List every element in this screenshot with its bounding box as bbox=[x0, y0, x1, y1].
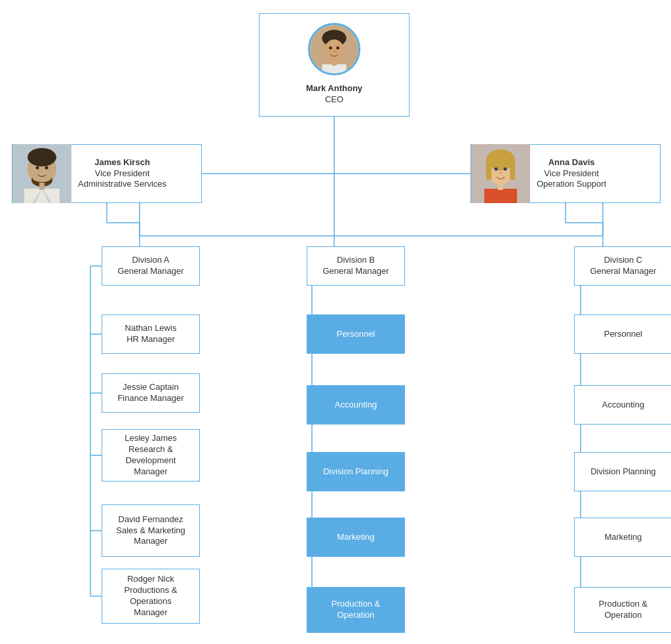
svg-rect-66 bbox=[484, 189, 517, 203]
vp-left-node: James Kirsch Vice President Administrati… bbox=[12, 144, 202, 203]
div-b-dept-1-label: Personnel bbox=[337, 329, 375, 340]
div-c-dept-3: Division Planning bbox=[574, 452, 671, 491]
svg-point-63 bbox=[495, 168, 498, 171]
vp-left-line2: Administrative Services bbox=[78, 179, 166, 190]
div-c-dept-1-label: Personnel bbox=[604, 329, 643, 340]
div-b-dept-3: Division Planning bbox=[307, 452, 405, 491]
ceo-node: Mark Anthony CEO bbox=[259, 13, 410, 117]
vp-left-photo bbox=[12, 144, 71, 203]
svg-rect-55 bbox=[39, 183, 45, 190]
org-chart: Mark Anthony CEO bbox=[0, 0, 671, 644]
vp-left-info: James Kirsch Vice President Administrati… bbox=[71, 153, 173, 195]
svg-point-64 bbox=[504, 168, 507, 171]
svg-rect-62 bbox=[510, 160, 515, 180]
div-a-report-2: Jessie CaptainFinance Manager bbox=[102, 373, 200, 413]
div-a-report-3-label: Lesley JamesResearch &DevelopmentManager bbox=[125, 433, 176, 478]
div-c-gm-label: Division CGeneral Manager bbox=[590, 255, 656, 277]
svg-point-51 bbox=[45, 166, 48, 170]
vp-right-name: Anna Davis bbox=[548, 157, 595, 168]
div-c-gm: Division CGeneral Manager bbox=[574, 246, 671, 286]
svg-point-42 bbox=[329, 47, 332, 50]
div-b-dept-2-label: Accounting bbox=[335, 400, 377, 411]
div-b-gm: Division BGeneral Manager bbox=[307, 246, 405, 286]
vp-right-line2: Operation Support bbox=[537, 179, 606, 190]
svg-point-41 bbox=[324, 39, 344, 61]
div-a-report-2-label: Jessie CaptainFinance Manager bbox=[117, 382, 183, 404]
div-a-gm-label: Division AGeneral Manager bbox=[117, 255, 183, 277]
svg-rect-45 bbox=[322, 64, 347, 73]
div-b-dept-5: Production &Operation bbox=[307, 587, 405, 633]
svg-rect-46 bbox=[332, 60, 336, 66]
div-b-dept-1: Personnel bbox=[307, 314, 405, 354]
div-c-dept-5: Production &Operation bbox=[574, 587, 671, 633]
div-b-dept-2: Accounting bbox=[307, 385, 405, 425]
div-c-dept-4: Marketing bbox=[574, 518, 671, 557]
ceo-role: CEO bbox=[325, 94, 343, 105]
svg-point-50 bbox=[36, 166, 39, 170]
div-b-dept-4-label: Marketing bbox=[337, 532, 374, 543]
div-b-dept-3-label: Division Planning bbox=[323, 466, 389, 478]
vp-right-node: Anna Davis Vice President Operation Supp… bbox=[470, 144, 661, 203]
ceo-avatar bbox=[308, 23, 360, 75]
svg-point-43 bbox=[336, 47, 339, 50]
div-c-dept-1: Personnel bbox=[574, 314, 671, 354]
div-a-report-3: Lesley JamesResearch &DevelopmentManager bbox=[102, 429, 200, 482]
svg-rect-67 bbox=[498, 183, 503, 190]
ceo-info: Mark Anthony CEO bbox=[299, 79, 369, 109]
div-a-report-5: Rodger NickProductions &OperationsManage… bbox=[102, 569, 200, 624]
div-c-dept-3-label: Division Planning bbox=[590, 466, 656, 478]
div-a-report-1-label: Nathan LewisHR Manager bbox=[125, 323, 177, 345]
vp-left-name: James Kirsch bbox=[94, 157, 150, 168]
svg-rect-54 bbox=[24, 189, 60, 203]
svg-point-65 bbox=[500, 172, 502, 174]
ceo-name: Mark Anthony bbox=[306, 83, 362, 94]
div-b-dept-4: Marketing bbox=[307, 518, 405, 557]
svg-point-44 bbox=[333, 50, 336, 52]
div-a-report-5-label: Rodger NickProductions &OperationsManage… bbox=[125, 574, 178, 618]
div-c-dept-5-label: Production &Operation bbox=[599, 599, 647, 621]
vp-left-line1: Vice President bbox=[95, 168, 150, 180]
div-a-report-4: David FernandezSales & MarketingManager bbox=[102, 504, 200, 557]
div-b-dept-5-label: Production &Operation bbox=[332, 599, 380, 621]
div-c-dept-4-label: Marketing bbox=[604, 532, 642, 543]
vp-right-info: Anna Davis Vice President Operation Supp… bbox=[530, 153, 613, 195]
svg-point-49 bbox=[28, 148, 56, 166]
div-a-report-4-label: David FernandezSales & MarketingManager bbox=[116, 514, 185, 548]
div-a-report-1: Nathan LewisHR Manager bbox=[102, 314, 200, 354]
div-c-dept-2: Accounting bbox=[574, 385, 671, 425]
vp-right-photo bbox=[471, 144, 530, 203]
svg-rect-61 bbox=[486, 160, 491, 180]
div-c-dept-2-label: Accounting bbox=[602, 400, 644, 411]
div-a-gm: Division AGeneral Manager bbox=[102, 246, 200, 286]
div-b-gm-label: Division BGeneral Manager bbox=[322, 255, 389, 277]
vp-right-line1: Vice President bbox=[544, 168, 599, 180]
